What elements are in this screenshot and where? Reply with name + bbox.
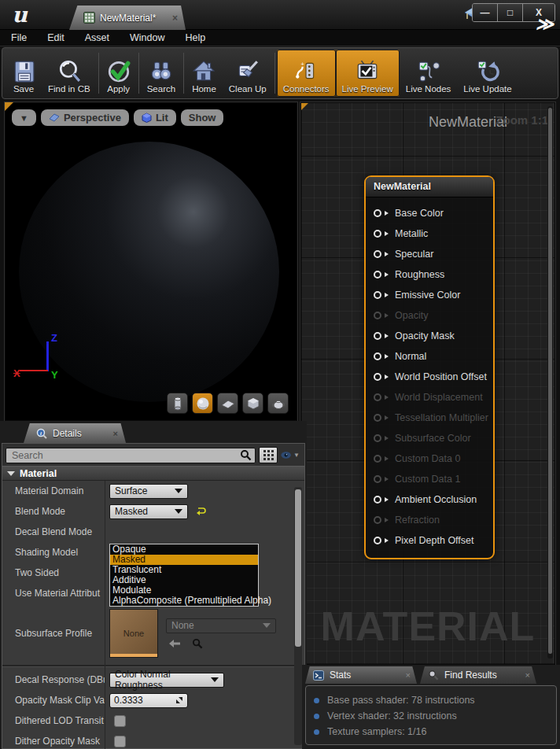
dithered-lod-checkbox[interactable] (114, 715, 126, 727)
live-update-button[interactable]: Live Update (457, 50, 518, 97)
apply-button[interactable]: Apply (101, 50, 137, 97)
pin-circle-icon[interactable] (374, 230, 381, 238)
pin-world-position-offset[interactable]: World Position Offset (366, 367, 493, 387)
search-button[interactable]: Search (141, 50, 182, 97)
plane-shape-button[interactable] (217, 393, 238, 414)
find-in-cb-button[interactable]: Find in CB (42, 50, 97, 97)
live-nodes-button[interactable]: Live Nodes (400, 50, 458, 97)
blend-mode-option-alphacomposite-premultiplied-alpha-[interactable]: AlphaComposite (Premultiplied Alpha) (110, 596, 258, 606)
pin-pixel-depth-offset[interactable]: Pixel Depth Offset (366, 530, 493, 551)
subsurface-profile-thumbnail[interactable]: None (109, 609, 158, 658)
sphere-shape-button[interactable] (192, 393, 213, 414)
menu-asset[interactable]: Asset (85, 32, 109, 43)
connectors-button[interactable]: +Connectors (277, 50, 336, 97)
pin-specular[interactable]: Specular (366, 244, 493, 264)
cylinder-shape-button[interactable] (167, 393, 188, 414)
tab-newmaterial[interactable]: NewMaterial* × (69, 6, 186, 30)
save-button[interactable]: Save (6, 50, 42, 97)
pin-label: Emissive Color (395, 290, 460, 301)
show-button[interactable]: Show (181, 109, 224, 126)
dither-opacity-mask-checkbox[interactable] (114, 736, 126, 747)
pin-circle-icon[interactable] (374, 537, 381, 544)
details-tab-close-icon[interactable]: × (113, 429, 118, 438)
tab-stats[interactable]: Stats × (305, 666, 417, 684)
pin-circle-icon[interactable] (374, 271, 381, 279)
unreal-logo-icon: u (6, 2, 33, 28)
pin-roughness[interactable]: Roughness (366, 264, 493, 285)
toolbar-separator (138, 53, 139, 94)
pin-arrow-icon (385, 334, 389, 338)
material-graph-panel[interactable]: NewMaterial Zoom 1:1 MATERIAL NewMateria… (300, 102, 555, 665)
menu-file[interactable]: File (11, 32, 27, 43)
cube-shape-button[interactable] (242, 393, 263, 414)
pin-base-color[interactable]: Base Color (366, 203, 493, 223)
browse-search-icon[interactable] (192, 638, 203, 649)
stats-tab-close-icon[interactable]: × (406, 670, 411, 680)
pin-circle-icon[interactable] (374, 373, 381, 381)
pin-circle-icon[interactable] (374, 496, 381, 504)
viewport-options-button[interactable]: ▼ (12, 109, 36, 126)
pin-emissive-color[interactable]: Emissive Color (366, 285, 493, 305)
opacity-mask-clip-input[interactable]: 0.3333 (109, 693, 188, 708)
blend-mode-dropdown[interactable]: Masked (109, 504, 188, 519)
sphere-icon (195, 396, 211, 411)
material-domain-label: Material Domain (2, 485, 105, 496)
pin-label: Refraction (395, 515, 440, 526)
tab-details[interactable]: i Details × (24, 423, 126, 443)
teapot-shape-button[interactable] (267, 393, 289, 414)
toolbar-button-label: Clean Up (229, 84, 267, 94)
toolbar-overflow-button[interactable]: ≫ (536, 14, 554, 35)
lit-button[interactable]: Lit (134, 109, 176, 126)
stats-item-text: Vertex shader: 32 instructions (327, 710, 457, 721)
toolbar-button-label: Live Nodes (406, 84, 451, 94)
menu-edit[interactable]: Edit (47, 32, 64, 43)
use-selected-arrow-icon[interactable] (169, 639, 181, 648)
menu-window[interactable]: Window (130, 32, 164, 43)
node-title[interactable]: NewMaterial (366, 177, 493, 197)
pin-ambient-occlusion[interactable]: Ambient Occlusion (366, 489, 493, 510)
property-matrix-button[interactable] (259, 447, 278, 463)
pin-refraction: Refraction (366, 510, 493, 530)
material-result-node[interactable]: NewMaterial Base ColorMetallicSpecularRo… (364, 175, 495, 559)
pin-normal[interactable]: Normal (366, 346, 493, 367)
clean-up-button[interactable]: Clean Up (223, 50, 273, 97)
pin-circle-icon[interactable] (374, 332, 381, 340)
material-section-header[interactable]: Material (2, 466, 304, 481)
preview-viewport[interactable]: ▼ Perspective Lit Show Z Y X (5, 102, 297, 421)
subsurface-profile-dropdown[interactable]: None (166, 618, 276, 633)
pin-arrow-icon (385, 538, 389, 543)
toolbar-button-label: Live Update (463, 84, 511, 94)
graph-scrollbar[interactable] (547, 106, 553, 659)
live-preview-button[interactable]: Live Preview (336, 50, 400, 97)
pin-subsurface-color: Subsurface Color (366, 428, 493, 448)
maximize-button[interactable]: □ (498, 4, 523, 21)
pin-circle-icon[interactable] (374, 250, 381, 258)
tab-close-icon[interactable]: × (172, 13, 178, 24)
reset-to-default-icon[interactable] (196, 507, 206, 516)
material-domain-dropdown[interactable]: Surface (109, 484, 188, 499)
details-scrollbar[interactable] (294, 487, 302, 745)
minimize-button[interactable]: — (473, 4, 498, 21)
display-filter-button[interactable]: ▼ (281, 447, 300, 463)
pin-circle-icon[interactable] (374, 291, 381, 299)
search-input[interactable] (6, 448, 256, 463)
bullet-icon (314, 729, 319, 735)
row-opacity-mask-clip: Opacity Mask Clip Va 0.3333 (2, 690, 304, 710)
menu-help[interactable]: Help (185, 32, 205, 43)
tab-find-results[interactable]: Find Results × (420, 666, 536, 684)
find-results-tab-close-icon[interactable]: × (525, 670, 530, 680)
graph-watermark: MATERIAL (301, 603, 554, 650)
decal-response-dropdown[interactable]: Color Normal Roughness (109, 673, 224, 688)
pin-circle-icon[interactable] (374, 352, 381, 360)
pin-arrow-icon (385, 313, 389, 318)
details-rows: Material Domain Surface Blend Mode Maske… (2, 481, 304, 749)
perspective-button[interactable]: Perspective (41, 109, 129, 126)
pin-opacity-mask[interactable]: Opacity Mask (366, 326, 493, 346)
home-button[interactable]: Home (186, 50, 223, 97)
pin-arrow-icon (385, 211, 389, 216)
axis-x-label: X (13, 367, 20, 379)
axis-z-label: Z (51, 332, 57, 344)
teapot-icon (271, 396, 286, 411)
pin-circle-icon[interactable] (374, 209, 381, 217)
pin-metallic[interactable]: Metallic (366, 223, 493, 244)
